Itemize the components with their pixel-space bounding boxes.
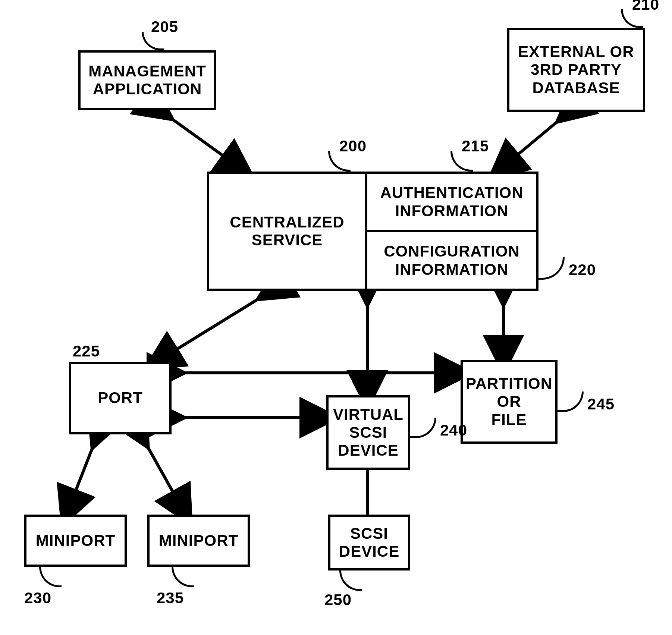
leader-220 [538,257,565,280]
node-label: PORT [98,389,143,407]
node-scsi-device: SCSIDEVICE [328,515,410,570]
leader-245 [558,392,584,412]
leader-240 [410,418,436,438]
ref-225: 225 [73,342,100,360]
ref-215: 215 [462,137,489,155]
ref-220: 220 [569,261,596,279]
ref-240: 240 [440,421,467,439]
node-label: CENTRALIZEDSERVICE [230,213,344,249]
ref-200: 200 [339,137,367,155]
node-management-application: MANAGEMENTAPPLICATION [78,50,216,110]
svg-line-7 [67,436,97,513]
svg-line-2 [157,293,269,362]
node-centralized-service: CENTRALIZEDSERVICE [207,172,367,291]
ref-230: 230 [24,589,51,607]
diagram-canvas: MANAGEMENTAPPLICATION EXTERNAL OR3RD PAR… [0,0,672,635]
node-label: EXTERNAL OR3RD PARTYDATABASE [518,43,634,97]
svg-line-0 [162,112,242,170]
node-config-info: CONFIGURATIONINFORMATION [365,230,538,291]
ref-235: 235 [157,589,184,607]
ref-250: 250 [324,591,352,609]
node-auth-info: AUTHENTICATIONINFORMATION [365,172,538,232]
leader-230 [39,567,62,587]
ref-205: 205 [151,18,178,36]
node-label: VIRTUALSCSIDEVICE [333,406,403,460]
node-miniport-b: MINIPORT [147,515,250,567]
svg-line-1 [500,114,567,170]
node-label: MINIPORT [159,532,238,550]
leader-250 [339,570,362,591]
node-miniport-a: MINIPORT [24,515,127,567]
ref-245: 245 [587,395,615,413]
node-label: PARTITIONORFILE [466,375,552,429]
node-label: SCSIDEVICE [339,525,399,561]
node-port: PORT [69,362,172,434]
node-label: MINIPORT [36,532,115,550]
node-label: MANAGEMENTAPPLICATION [88,62,206,98]
ref-210: 210 [632,0,659,13]
node-virtual-scsi: VIRTUALSCSIDEVICE [326,395,410,470]
svg-line-8 [142,436,185,513]
node-partition-or-file: PARTITIONORFILE [461,360,558,444]
node-label: CONFIGURATIONINFORMATION [384,242,520,279]
node-label: AUTHENTICATIONINFORMATION [380,184,523,220]
node-external-db: EXTERNAL OR3RD PARTYDATABASE [507,28,645,112]
leader-235 [172,567,194,587]
